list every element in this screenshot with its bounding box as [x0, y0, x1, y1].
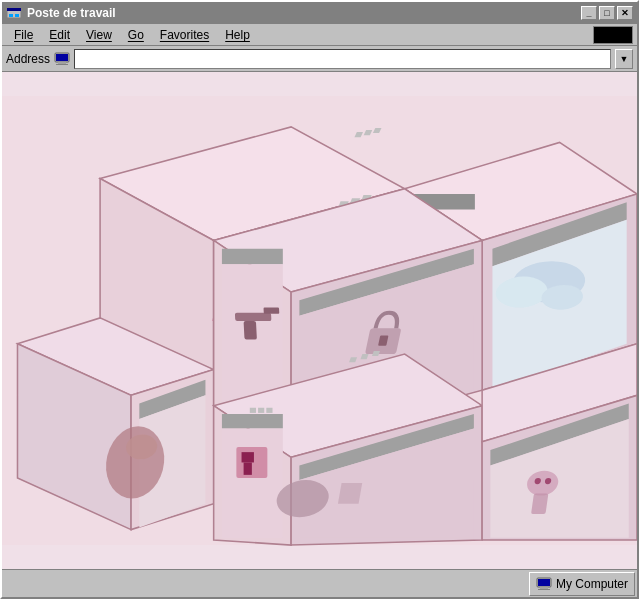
address-input[interactable]: [74, 49, 611, 69]
menu-go[interactable]: Go: [120, 26, 152, 44]
menu-favorites[interactable]: Favorites: [152, 26, 217, 44]
my-computer-icon: [536, 576, 552, 592]
svg-rect-86: [538, 589, 550, 590]
menu-view[interactable]: View: [78, 26, 120, 44]
svg-marker-58: [222, 428, 283, 537]
menu-file[interactable]: File: [6, 26, 41, 44]
svg-rect-1: [7, 8, 21, 11]
svg-rect-5: [56, 54, 68, 61]
svg-rect-49: [244, 321, 257, 340]
svg-marker-57: [222, 414, 283, 428]
menu-edit[interactable]: Edit: [41, 26, 78, 44]
minimize-button[interactable]: _: [581, 6, 597, 20]
status-label: My Computer: [556, 577, 628, 591]
menu-help[interactable]: Help: [217, 26, 258, 44]
main-illustration: [2, 72, 637, 569]
svg-rect-78: [258, 408, 264, 413]
content-area: [2, 72, 637, 569]
title-buttons: _ □ ✕: [581, 6, 633, 20]
svg-rect-61: [244, 462, 252, 474]
svg-rect-79: [266, 408, 272, 413]
close-button[interactable]: ✕: [617, 6, 633, 20]
status-my-computer: My Computer: [529, 572, 635, 596]
svg-rect-48: [263, 308, 279, 314]
svg-rect-47: [235, 313, 272, 321]
address-dropdown-button[interactable]: ▼: [615, 49, 633, 69]
svg-rect-77: [250, 408, 256, 413]
menubar: File Edit View Go Favorites Help: [2, 24, 637, 46]
address-computer-icon: [54, 51, 70, 67]
svg-rect-60: [242, 452, 254, 462]
window-title: Poste de travail: [27, 6, 581, 20]
svg-marker-45: [222, 249, 283, 264]
toolbar-extra: [593, 26, 633, 44]
main-window: Poste de travail _ □ ✕ File Edit View Go…: [0, 0, 639, 599]
svg-rect-85: [540, 587, 548, 589]
svg-rect-71: [531, 493, 548, 514]
svg-rect-65: [338, 483, 362, 504]
window-icon: [6, 5, 22, 21]
maximize-button[interactable]: □: [599, 6, 615, 20]
svg-rect-3: [15, 14, 19, 17]
svg-rect-6: [58, 62, 66, 64]
title-bar: Poste de travail _ □ ✕: [2, 2, 637, 24]
svg-rect-84: [538, 579, 550, 586]
address-bar: Address ▼: [2, 46, 637, 72]
svg-rect-2: [9, 14, 13, 17]
svg-rect-7: [56, 64, 68, 65]
status-bar: My Computer: [2, 569, 637, 597]
address-label: Address: [6, 52, 50, 66]
